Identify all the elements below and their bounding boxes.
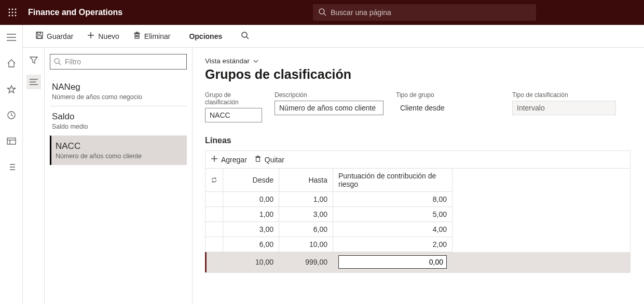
add-line-button[interactable]: Agregar bbox=[211, 155, 247, 164]
save-icon bbox=[35, 31, 44, 41]
list-item-nacc[interactable]: NACCNúmero de años como cliente bbox=[50, 135, 187, 165]
funnel-icon[interactable] bbox=[26, 53, 41, 67]
table-row[interactable]: 3,006,004,00 bbox=[205, 222, 630, 237]
cell-from[interactable]: 3,00 bbox=[223, 222, 279, 237]
cell-score[interactable]: 4,00 bbox=[333, 222, 453, 237]
refresh-column-header[interactable] bbox=[205, 169, 223, 192]
classification-type-field: Intervalo bbox=[512, 101, 616, 115]
cell-to[interactable]: 6,00 bbox=[279, 222, 333, 237]
left-rail bbox=[0, 25, 23, 304]
top-bar: Finance and Operations bbox=[0, 0, 644, 25]
detail-pane: Vista estándar Grupos de clasificación G… bbox=[193, 48, 644, 304]
action-bar: Guardar Nuevo Eliminar Opciones bbox=[0, 25, 644, 48]
view-label: Vista estándar bbox=[205, 57, 250, 65]
search-icon bbox=[241, 31, 249, 41]
lines-grid: Agregar Quitar Desde Hasta Puntuación de… bbox=[205, 150, 631, 273]
group-field[interactable]: NACC bbox=[205, 108, 262, 122]
search-icon bbox=[318, 8, 326, 18]
list-item-desc: Saldo medio bbox=[52, 123, 185, 130]
list-item-saldo[interactable]: SaldoSaldo medio bbox=[50, 106, 187, 135]
cell-from[interactable]: 10,00 bbox=[223, 252, 279, 272]
description-label: Descripción bbox=[275, 91, 383, 99]
svg-point-43 bbox=[54, 59, 59, 63]
view-selector[interactable]: Vista estándar bbox=[205, 57, 259, 65]
modules-icon[interactable] bbox=[4, 160, 19, 174]
home-icon[interactable] bbox=[4, 56, 19, 71]
cell-from[interactable]: 1,00 bbox=[223, 207, 279, 222]
svg-line-44 bbox=[59, 63, 61, 65]
cell-score[interactable]: 2,00 bbox=[333, 237, 453, 252]
delete-label: Eliminar bbox=[144, 32, 171, 40]
hamburger-icon[interactable] bbox=[4, 30, 19, 45]
column-score[interactable]: Puntuación de contribución de riesgo bbox=[333, 169, 453, 192]
table-row[interactable]: 10,00999,00 bbox=[205, 252, 630, 272]
save-button[interactable]: Guardar bbox=[30, 28, 78, 44]
grid-header: Desde Hasta Puntuación de contribución d… bbox=[205, 169, 630, 192]
svg-point-5 bbox=[15, 12, 17, 13]
svg-point-4 bbox=[12, 12, 13, 13]
svg-point-9 bbox=[319, 9, 324, 14]
group-label: Grupo de clasificación bbox=[205, 91, 262, 106]
workspace-icon[interactable] bbox=[4, 134, 19, 148]
options-button[interactable]: Opciones bbox=[184, 29, 227, 44]
list-item-code: Saldo bbox=[52, 112, 185, 122]
list-filter-input[interactable] bbox=[50, 54, 187, 70]
cell-to[interactable]: 999,00 bbox=[279, 252, 333, 272]
trash-icon bbox=[133, 31, 141, 41]
svg-point-3 bbox=[9, 12, 10, 13]
cell-to[interactable]: 10,00 bbox=[279, 237, 333, 252]
remove-line-label: Quitar bbox=[265, 156, 284, 164]
global-search-input[interactable] bbox=[313, 4, 536, 21]
column-to[interactable]: Hasta bbox=[279, 169, 333, 192]
svg-rect-21 bbox=[136, 32, 138, 33]
classification-type-label: Tipo de clasificación bbox=[512, 91, 616, 99]
svg-point-2 bbox=[15, 9, 17, 10]
group-type-field[interactable]: Cliente desde bbox=[396, 101, 500, 115]
row-marker[interactable] bbox=[205, 237, 223, 252]
svg-rect-31 bbox=[7, 138, 16, 144]
chevron-down-icon bbox=[253, 58, 259, 64]
plus-icon bbox=[87, 31, 95, 41]
delete-button[interactable]: Eliminar bbox=[128, 28, 176, 44]
cell-score[interactable]: 5,00 bbox=[333, 207, 453, 222]
row-marker[interactable] bbox=[205, 192, 223, 207]
clock-icon[interactable] bbox=[4, 108, 19, 122]
list-rail bbox=[23, 48, 45, 304]
app-launcher-icon[interactable] bbox=[4, 4, 21, 21]
cell-to[interactable]: 3,00 bbox=[279, 207, 333, 222]
main-area: NANegNúmero de años como negocioSaldoSal… bbox=[23, 48, 644, 304]
new-button[interactable]: Nuevo bbox=[81, 28, 124, 44]
table-row[interactable]: 1,003,005,00 bbox=[205, 207, 630, 222]
global-search[interactable] bbox=[313, 4, 536, 21]
refresh-icon bbox=[211, 176, 217, 184]
lines-heading: Líneas bbox=[205, 136, 632, 145]
remove-line-button[interactable]: Quitar bbox=[254, 155, 284, 164]
cell-from[interactable]: 6,00 bbox=[223, 237, 279, 252]
cell-from[interactable]: 0,00 bbox=[223, 192, 279, 207]
cell-score[interactable]: 8,00 bbox=[333, 192, 453, 207]
row-marker[interactable] bbox=[205, 252, 223, 272]
cell-to[interactable]: 1,00 bbox=[279, 192, 333, 207]
plus-icon bbox=[211, 155, 218, 164]
list-item-naneg[interactable]: NANegNúmero de años como negocio bbox=[50, 77, 187, 106]
table-row[interactable]: 6,0010,002,00 bbox=[205, 237, 630, 252]
cell-score[interactable] bbox=[333, 252, 453, 272]
description-field[interactable]: Número de años como cliente bbox=[275, 101, 383, 115]
table-row[interactable]: 0,001,008,00 bbox=[205, 192, 630, 207]
svg-point-22 bbox=[242, 32, 247, 37]
row-marker[interactable] bbox=[205, 207, 223, 222]
svg-point-7 bbox=[12, 15, 13, 17]
score-input[interactable] bbox=[338, 255, 447, 269]
list-view-icon[interactable] bbox=[26, 75, 41, 89]
action-search-button[interactable] bbox=[236, 28, 254, 44]
svg-rect-47 bbox=[256, 157, 259, 161]
svg-line-10 bbox=[324, 13, 326, 16]
row-marker[interactable] bbox=[205, 222, 223, 237]
column-from[interactable]: Desde bbox=[223, 169, 279, 192]
list-item-code: NACC bbox=[56, 141, 185, 151]
svg-point-1 bbox=[12, 9, 13, 10]
svg-point-8 bbox=[15, 15, 17, 17]
svg-marker-27 bbox=[7, 86, 15, 93]
search-icon bbox=[53, 58, 61, 65]
star-icon[interactable] bbox=[4, 82, 19, 96]
